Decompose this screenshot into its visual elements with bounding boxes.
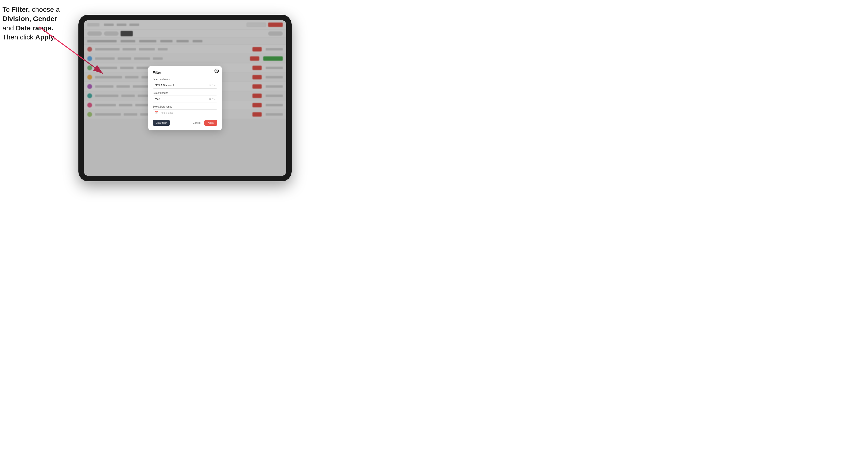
gender-select-wrapper[interactable]: Men Women ✕ ⌃⌄ [153,96,217,102]
clear-filter-button[interactable]: Clear filter [153,120,170,126]
tablet-frame: ✕ Filter Select a division NCAA Division… [79,15,291,181]
date-placeholder: Pick a date [160,111,173,114]
gender-select[interactable]: Men Women [153,96,217,102]
modal-footer-right: Cancel Apply [191,120,217,126]
division-select[interactable]: NCAA Division I NCAA Division II NCAA Di… [153,82,217,89]
cancel-button[interactable]: Cancel [191,120,203,126]
filter-modal: ✕ Filter Select a division NCAA Division… [148,66,222,130]
apply-button[interactable]: Apply [205,120,217,126]
gender-form-group: Select gender Men Women ✕ ⌃⌄ [153,92,217,102]
instruction-text: To Filter, choose a Division, Gender and… [2,5,73,42]
date-form-group: Select Date range 📅 Pick a date [153,105,217,116]
calendar-icon: 📅 [155,111,158,114]
modal-overlay: ✕ Filter Select a division NCAA Division… [84,20,286,176]
division-form-group: Select a division NCAA Division I NCAA D… [153,78,217,89]
division-select-wrapper[interactable]: NCAA Division I NCAA Division II NCAA Di… [153,82,217,89]
modal-close-button[interactable]: ✕ [214,69,219,73]
gender-label: Select gender [153,92,217,94]
division-label: Select a division [153,78,217,81]
date-label: Select Date range [153,105,217,108]
date-input[interactable]: 📅 Pick a date [153,109,217,116]
tablet-screen: ✕ Filter Select a division NCAA Division… [84,20,286,176]
modal-title: Filter [153,70,217,74]
modal-footer: Clear filter Cancel Apply [153,120,217,126]
